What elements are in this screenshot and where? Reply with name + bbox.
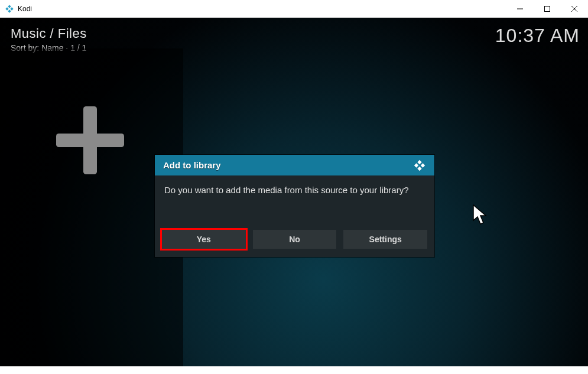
svg-rect-1 <box>545 6 550 11</box>
no-button[interactable]: No <box>253 230 337 249</box>
dialog-button-row: Yes No Settings <box>155 230 434 257</box>
breadcrumb-path: Music / Files <box>11 26 87 41</box>
window-controls <box>506 0 588 18</box>
add-to-library-dialog: Add to library Do you want to add the me… <box>155 155 434 257</box>
dialog-title: Add to library <box>163 160 221 170</box>
add-source-plus-icon[interactable] <box>56 106 124 174</box>
window-title: Kodi <box>18 5 32 13</box>
dialog-header: Add to library <box>155 155 434 175</box>
kodi-logo-icon <box>5 4 14 14</box>
clock: 10:37 AM <box>495 25 580 47</box>
window-maximize-button[interactable] <box>534 0 561 18</box>
settings-button[interactable]: Settings <box>343 230 427 249</box>
yes-button[interactable]: Yes <box>162 230 246 249</box>
footer-strip <box>0 366 588 374</box>
dialog-message: Do you want to add the media from this s… <box>155 175 434 230</box>
kodi-logo-icon <box>413 159 426 172</box>
window-close-button[interactable] <box>561 0 588 18</box>
window-titlebar: Kodi <box>0 0 588 18</box>
mouse-cursor-icon <box>473 204 488 226</box>
svg-rect-5 <box>56 134 124 147</box>
window-minimize-button[interactable] <box>506 0 534 18</box>
kodi-main: Music / Files Sort by: Name · 1 / 1 10:3… <box>0 18 588 366</box>
